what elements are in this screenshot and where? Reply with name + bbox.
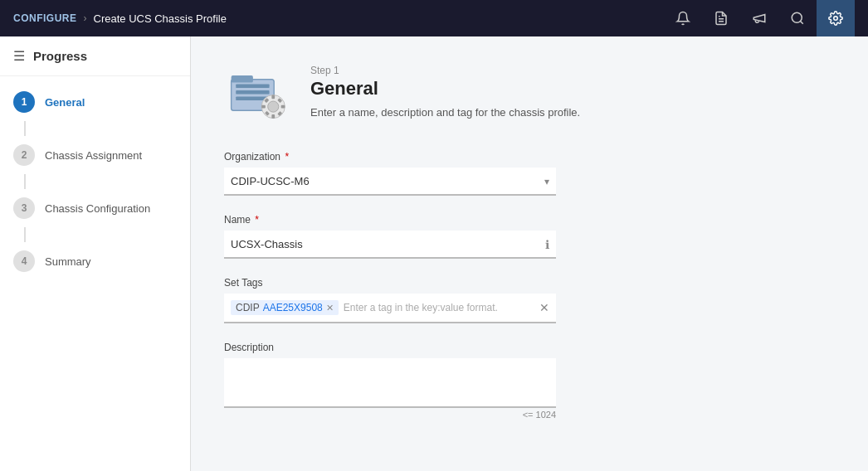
set-tags-label: Set Tags (224, 277, 835, 289)
top-navbar: CONFIGURE › Create UCS Chassis Profile (0, 0, 868, 36)
name-input-wrapper: ℹ (224, 231, 556, 259)
step-description: Enter a name, description and tag for th… (310, 104, 580, 121)
tag-remove-icon[interactable]: ✕ (326, 303, 334, 313)
sidebar-title: Progress (33, 49, 87, 63)
organization-select-wrapper: CDIP-UCSC-M6 Default ▾ (224, 168, 556, 196)
name-input[interactable] (224, 231, 556, 259)
step-connector-2 (24, 174, 26, 189)
description-textarea[interactable] (224, 358, 556, 408)
name-field: Name * ℹ (224, 214, 835, 259)
tag-placeholder: Enter a tag in the key:value format. (344, 302, 498, 313)
step-number-label: Step 1 (310, 65, 580, 76)
sidebar-header: ☰ Progress (0, 36, 190, 76)
sidebar-toggle-icon[interactable]: ☰ (13, 48, 25, 64)
step-label-general: General (45, 96, 85, 109)
sidebar: ☰ Progress 1 General 2 Chassis Assignmen… (0, 36, 191, 471)
step-label-summary: Summary (45, 255, 91, 268)
step-item-chassis-configuration[interactable]: 3 Chassis Configuration (0, 189, 190, 227)
step-header: Step 1 General Enter a name, description… (224, 61, 835, 128)
step-info: Step 1 General Enter a name, description… (310, 61, 580, 121)
name-label: Name * (224, 214, 835, 226)
step-circle-2: 2 (13, 144, 35, 166)
tags-clear-icon[interactable]: ✕ (539, 301, 549, 314)
svg-rect-6 (231, 75, 252, 82)
search-button[interactable] (778, 0, 817, 36)
note-button[interactable] (702, 0, 740, 36)
settings-button[interactable] (817, 0, 855, 36)
tag-value: AAE25X9508 (263, 302, 323, 313)
chassis-icon (224, 61, 290, 128)
svg-rect-13 (271, 114, 275, 118)
main-layout: ☰ Progress 1 General 2 Chassis Assignmen… (0, 36, 868, 471)
megaphone-button[interactable] (740, 0, 778, 36)
content-area: Step 1 General Enter a name, description… (191, 36, 868, 471)
svg-point-11 (267, 101, 278, 112)
bell-button[interactable] (664, 0, 702, 36)
tag-chip: CDIP AAE25X9508 ✕ (231, 300, 339, 315)
tag-key: CDIP (236, 302, 260, 313)
step-circle-1: 1 (13, 91, 35, 113)
step-label-chassis-configuration: Chassis Configuration (45, 202, 150, 215)
name-info-icon: ℹ (545, 238, 549, 251)
set-tags-field: Set Tags CDIP AAE25X9508 ✕ Enter a tag i… (224, 277, 835, 323)
char-count: <= 1024 (224, 410, 556, 420)
step-circle-3: 3 (13, 197, 35, 219)
step-label-chassis-assignment: Chassis Assignment (45, 149, 142, 162)
tags-input-wrapper[interactable]: CDIP AAE25X9508 ✕ Enter a tag in the key… (224, 294, 556, 323)
description-field: Description <= 1024 (224, 342, 835, 420)
svg-point-4 (834, 17, 838, 21)
svg-rect-7 (236, 84, 269, 88)
step-title: General (310, 78, 580, 100)
organization-label: Organization * (224, 151, 835, 163)
nav-icon-group (664, 0, 855, 36)
progress-steps: 1 General 2 Chassis Assignment 3 Chassis… (0, 76, 190, 287)
step-circle-4: 4 (13, 250, 35, 272)
svg-rect-15 (280, 104, 285, 108)
svg-rect-14 (261, 104, 266, 108)
breadcrumb-text: Create UCS Chassis Profile (94, 12, 227, 25)
step-item-summary[interactable]: 4 Summary (0, 242, 190, 280)
svg-point-2 (792, 12, 802, 22)
step-connector-1 (24, 121, 26, 136)
organization-select[interactable]: CDIP-UCSC-M6 Default (224, 168, 556, 196)
description-label: Description (224, 342, 835, 353)
configure-link[interactable]: CONFIGURE (13, 12, 77, 24)
step-item-general[interactable]: 1 General (0, 83, 190, 121)
svg-rect-8 (236, 90, 269, 94)
step-item-chassis-assignment[interactable]: 2 Chassis Assignment (0, 136, 190, 174)
svg-rect-12 (271, 95, 275, 99)
svg-line-3 (800, 21, 802, 23)
step-connector-3 (24, 227, 26, 242)
breadcrumb-chevron: › (84, 12, 87, 24)
organization-field: Organization * CDIP-UCSC-M6 Default ▾ (224, 151, 835, 196)
